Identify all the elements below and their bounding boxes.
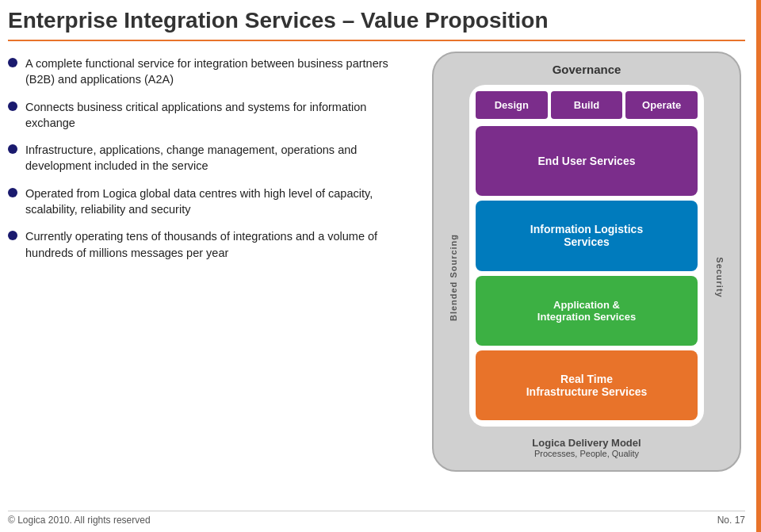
logica-main: Logica Delivery Model (532, 437, 641, 449)
logica-sub: Processes, People, Quality (532, 449, 641, 458)
bullet-icon (8, 231, 17, 240)
left-content: A complete functional service for integr… (8, 55, 396, 500)
bullet-text: Currently operating tens of thousands of… (25, 228, 396, 261)
copyright: © Logica 2010. All rights reserved (8, 515, 151, 526)
bullet-icon (8, 144, 17, 154)
info-logistics-label: Information LogisticsServices (530, 223, 643, 248)
build-button: Build (551, 91, 623, 119)
list-item: Infrastructure, applications, change man… (8, 142, 396, 174)
app-integration-label: Application &Integration Services (537, 299, 636, 323)
list-item: Operated from Logica global data centres… (8, 186, 396, 218)
footer: © Logica 2010. All rights reserved No. 1… (8, 511, 745, 526)
list-item: A complete functional service for integr… (8, 55, 396, 88)
end-user-services-row: End User Services (476, 126, 698, 196)
app-integration-services-row: Application &Integration Services (476, 276, 698, 346)
bullet-text: Infrastructure, applications, change man… (25, 142, 396, 174)
bullet-text: Operated from Logica global data centres… (25, 186, 396, 218)
blended-sourcing-label: Blended Sourcing (440, 128, 467, 427)
header-row: Design Build Operate (476, 91, 698, 119)
page-title: Enterprise Integration Services – Value … (8, 8, 745, 41)
diagram: Governance Blended Sourcing Security Des… (432, 52, 745, 488)
outer-box: Governance Blended Sourcing Security Des… (432, 52, 741, 472)
bullet-icon (8, 101, 17, 111)
inner-area: Design Build Operate End User Services I… (469, 85, 704, 427)
bullet-icon (8, 188, 17, 197)
realtime-label: Real TimeInfrastructure Services (526, 373, 648, 398)
security-label: Security (706, 128, 733, 427)
logica-label: Logica Delivery Model Processes, People,… (532, 437, 641, 458)
list-item: Connects business critical applications … (8, 99, 396, 132)
operate-button: Operate (625, 91, 698, 119)
governance-label: Governance (553, 63, 621, 76)
accent-bar (756, 0, 761, 532)
page-number: No. 17 (717, 515, 745, 526)
info-logistics-services-row: Information LogisticsServices (476, 201, 698, 270)
design-button: Design (476, 91, 548, 119)
realtime-infrastructure-row: Real TimeInfrastructure Services (476, 350, 698, 420)
bullet-text: A complete functional service for integr… (25, 55, 396, 88)
list-item: Currently operating tens of thousands of… (8, 228, 396, 261)
bullet-icon (8, 58, 17, 67)
bullet-text: Connects business critical applications … (25, 99, 396, 132)
service-rows: End User Services Information LogisticsS… (476, 126, 698, 420)
